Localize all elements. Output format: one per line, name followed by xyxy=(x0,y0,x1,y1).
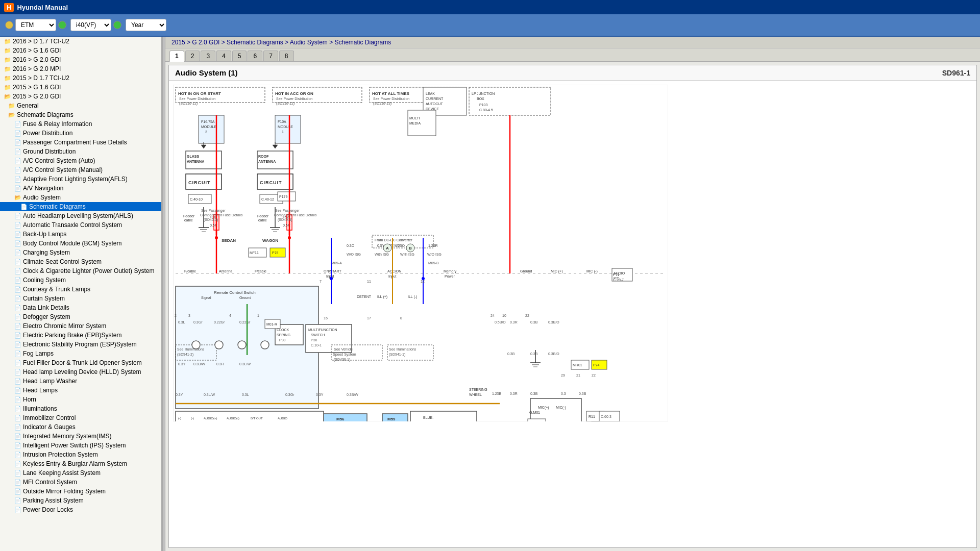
svg-text:DETENT: DETENT xyxy=(357,295,372,298)
svg-text:0.3B/O: 0.3B/O xyxy=(548,352,559,356)
sidebar-item-n42[interactable]: 📄Immobilizer Control xyxy=(0,413,161,422)
svg-text:WHEEL: WHEEL xyxy=(469,393,482,396)
sidebar[interactable]: 📁2016 > D 1.7 TCI-U2📁2016 > G 1.6 GDI📁20… xyxy=(0,37,162,551)
sidebar-item-n46[interactable]: 📄Intrusion Protection System xyxy=(0,450,161,459)
tab-3[interactable]: 3 xyxy=(201,51,215,61)
sidebar-item-n14[interactable]: 📄A/C Control System (Auto) xyxy=(0,156,161,165)
sidebar-item-n16[interactable]: 📄Adaptive Front Lighting System(AFLS) xyxy=(0,174,161,184)
svg-text:10: 10 xyxy=(502,314,506,317)
sidebar-item-n5[interactable]: 📁2015 > D 1.7 TCI-U2 xyxy=(0,73,161,83)
svg-text:1.25R: 1.25R xyxy=(428,244,438,247)
year-dropdown[interactable]: Year 2015 2016 xyxy=(126,19,166,31)
svg-text:(SD110-12): (SD110-12) xyxy=(179,102,198,106)
tree-label: Fuse & Relay Information xyxy=(23,120,92,128)
sidebar-item-n19[interactable]: 📄Schematic Diagrams xyxy=(0,202,161,211)
svg-text:ANTENNA: ANTENNA xyxy=(258,160,276,163)
svg-text:P103: P103 xyxy=(479,103,487,107)
tab-4[interactable]: 4 xyxy=(216,51,231,61)
tab-8[interactable]: 8 xyxy=(279,51,294,61)
sidebar-item-n4[interactable]: 📁2016 > G 2.0 MPI xyxy=(0,64,161,73)
model-dropdown[interactable]: i40(VF) xyxy=(70,19,111,31)
sidebar-item-n34[interactable]: 📄Electronic Stability Program (ESP)Syste… xyxy=(0,340,161,349)
svg-text:ILL (+): ILL (+) xyxy=(377,295,387,299)
tab-1[interactable]: 1 xyxy=(169,51,184,62)
sidebar-item-n17[interactable]: 📄A/V Navigation xyxy=(0,184,161,193)
sidebar-item-n32[interactable]: 📄Electro Chromic Mirror System xyxy=(0,321,161,331)
sidebar-item-n27[interactable]: 📄Cooling System xyxy=(0,276,161,285)
sidebar-item-n49[interactable]: 📄MFI Control System xyxy=(0,478,161,487)
tree-icon: 📄 xyxy=(14,314,21,320)
sidebar-item-n33[interactable]: 📄Electric Parking Brake (EPB)System xyxy=(0,331,161,340)
svg-text:12: 12 xyxy=(421,280,425,283)
sidebar-item-n29[interactable]: 📄Curtain System xyxy=(0,294,161,303)
sidebar-item-n44[interactable]: 📄Integrated Memory System(IMS) xyxy=(0,432,161,441)
svg-text:0.3B: 0.3B xyxy=(530,392,538,395)
sidebar-item-n28[interactable]: 📄Courtesy & Trunk Lamps xyxy=(0,285,161,294)
sidebar-item-n48[interactable]: 📄Lane Keeping Assist System xyxy=(0,468,161,478)
sidebar-item-n52[interactable]: 📄Power Door Locks xyxy=(0,505,161,514)
tab-2[interactable]: 2 xyxy=(185,51,200,61)
svg-point-234 xyxy=(215,341,223,349)
sidebar-item-n39[interactable]: 📄Head Lamps xyxy=(0,386,161,395)
diagram-container[interactable]: Audio System (1) SD961-1 HOT IN ON OR ST… xyxy=(168,65,977,548)
tree-label: 2016 > D 1.7 TCI-U2 xyxy=(13,38,69,45)
sidebar-item-n37[interactable]: 📄Head lamp Leveling Device (HLLD) System xyxy=(0,367,161,377)
etm-dropdown[interactable]: ETM xyxy=(15,19,56,31)
sidebar-item-n23[interactable]: 📄Body Control Module (BCM) System xyxy=(0,239,161,248)
tree-label: Curtain System xyxy=(23,295,65,302)
svg-text:ROOF: ROOF xyxy=(258,155,269,158)
sidebar-item-n24[interactable]: 📄Charging System xyxy=(0,248,161,257)
sidebar-item-n13[interactable]: 📄Ground Distribution xyxy=(0,147,161,156)
svg-text:WAGON: WAGON xyxy=(262,238,278,243)
svg-text:With ISG: With ISG xyxy=(375,253,389,256)
svg-text:GLASS: GLASS xyxy=(187,155,199,158)
sidebar-item-n11[interactable]: 📄Power Distribution xyxy=(0,129,161,138)
tab-5[interactable]: 5 xyxy=(232,51,247,61)
tree-icon: 📄 xyxy=(14,240,21,247)
svg-text:SWITCH: SWITCH xyxy=(311,333,325,337)
sidebar-item-n18[interactable]: 📂Audio System xyxy=(0,193,161,202)
sidebar-item-n26[interactable]: 📄Clock & Cigarette Lighter (Power Outlet… xyxy=(0,266,161,276)
sidebar-item-n7[interactable]: 📂2015 > G 2.0 GDI xyxy=(0,92,161,101)
sidebar-item-n40[interactable]: 📄Horn xyxy=(0,395,161,404)
sidebar-item-n38[interactable]: 📄Head Lamp Washer xyxy=(0,377,161,386)
year-selector[interactable]: Year 2015 2016 xyxy=(126,19,166,31)
svg-text:1: 1 xyxy=(257,314,259,317)
model-selector[interactable]: i40(VF) xyxy=(70,19,121,31)
etm-selector[interactable]: ETM xyxy=(5,19,66,31)
sidebar-item-n45[interactable]: 📄Intelligent Power Switch (IPS) System xyxy=(0,441,161,450)
svg-text:MF11: MF11 xyxy=(250,251,259,255)
tab-6[interactable]: 6 xyxy=(248,51,262,61)
sidebar-item-n36[interactable]: 📄Fuel Filler Door & Trunk Lid Opener Sys… xyxy=(0,358,161,367)
sidebar-item-n43[interactable]: 📄Indicator & Gauges xyxy=(0,422,161,432)
sidebar-item-n47[interactable]: 📄Keyless Entry & Burglar Alarm System xyxy=(0,459,161,468)
sidebar-item-n8[interactable]: 📁General xyxy=(0,101,161,110)
sidebar-item-n10[interactable]: 📄Fuse & Relay Information xyxy=(0,119,161,129)
tab-bar: 12345678 xyxy=(165,48,980,62)
svg-text:C.40-10: C.40-10 xyxy=(190,197,203,201)
sidebar-item-n31[interactable]: 📄Defogger System xyxy=(0,312,161,321)
sidebar-item-n12[interactable]: 📄Passenger Compartment Fuse Details xyxy=(0,138,161,147)
sidebar-item-n9[interactable]: 📂Schematic Diagrams xyxy=(0,110,161,119)
sidebar-item-n21[interactable]: 📄Automatic Transaxle Control System xyxy=(0,220,161,230)
breadcrumb: 2015 > G 2.0 GDI > Schematic Diagrams > … xyxy=(165,37,980,48)
svg-text:HOT IN ON OR START: HOT IN ON OR START xyxy=(178,91,221,96)
sidebar-item-n51[interactable]: 📄Parking Assist System xyxy=(0,496,161,505)
sidebar-item-n30[interactable]: 📄Data Link Details xyxy=(0,303,161,312)
sidebar-item-n22[interactable]: 📄Back-Up Lamps xyxy=(0,230,161,239)
sidebar-item-n2[interactable]: 📁2016 > G 1.6 GDI xyxy=(0,46,161,55)
tab-7[interactable]: 7 xyxy=(263,51,278,61)
sidebar-item-n6[interactable]: 📁2015 > G 1.6 GDI xyxy=(0,83,161,92)
sidebar-item-n25[interactable]: 📄Climate Seat Control System xyxy=(0,257,161,266)
sidebar-item-n15[interactable]: 📄A/C Control System (Manual) xyxy=(0,165,161,174)
sidebar-item-n41[interactable]: 📄Illuminations xyxy=(0,404,161,413)
svg-text:22: 22 xyxy=(592,373,596,377)
tree-icon: 📄 xyxy=(14,488,21,495)
svg-text:(SD436-1): (SD436-1) xyxy=(334,358,350,362)
sidebar-item-n1[interactable]: 📁2016 > D 1.7 TCI-U2 xyxy=(0,37,161,46)
sidebar-item-n50[interactable]: 📄Outside Mirror Folding System xyxy=(0,487,161,496)
sidebar-item-n3[interactable]: 📁2016 > G 2.0 GDI xyxy=(0,55,161,64)
sidebar-item-n20[interactable]: 📄Auto Headlamp Levelling System(AHLS) xyxy=(0,211,161,220)
svg-text:F/cable: F/cable xyxy=(255,269,266,273)
sidebar-item-n35[interactable]: 📄Fog Lamps xyxy=(0,349,161,358)
